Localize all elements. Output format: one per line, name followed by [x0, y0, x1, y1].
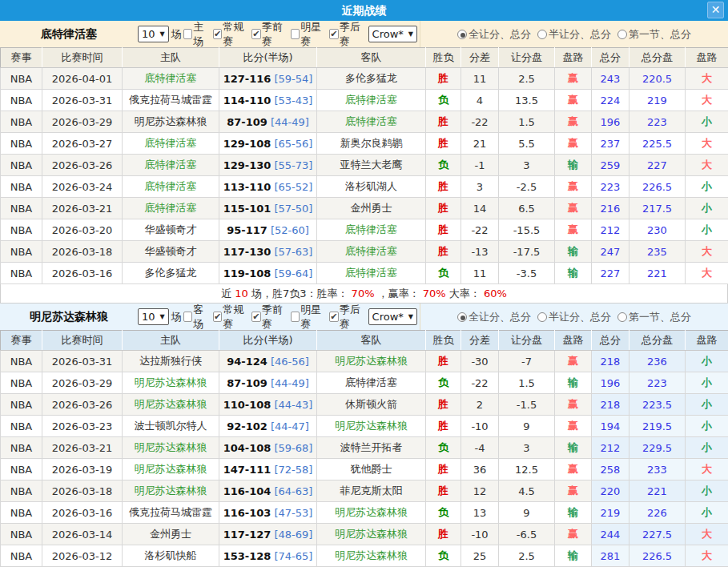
- radio-circle-icon[interactable]: [457, 312, 467, 322]
- full-score: 94-124: [227, 356, 267, 368]
- home-team: 金州勇士: [150, 528, 191, 540]
- cell-away-team: 休斯顿火箭: [317, 394, 426, 416]
- radio-circle-icon[interactable]: [537, 30, 547, 39]
- radio-option[interactable]: 第一节、总分: [617, 27, 691, 42]
- checkbox-box-icon[interactable]: ✔: [183, 29, 193, 39]
- cell-date: 2026-03-31: [42, 90, 123, 111]
- cell-point-diff: 12: [461, 480, 499, 502]
- cell-total-points: 243: [592, 68, 629, 90]
- filter-checkbox[interactable]: ✔ 明星赛: [291, 303, 328, 332]
- away-team: 犹他爵士: [351, 463, 392, 475]
- close-button[interactable]: ✕: [707, 2, 724, 18]
- full-score: 92-102: [227, 420, 267, 432]
- checkbox-box-icon[interactable]: ✔: [213, 29, 223, 39]
- cell-home-team: 明尼苏达森林狼: [123, 111, 219, 133]
- column-header: 客队: [317, 331, 426, 351]
- handicap-result: 赢: [568, 137, 578, 149]
- radio-option[interactable]: 第一节、总分: [617, 310, 691, 324]
- checkbox-box-icon[interactable]: ✔: [251, 312, 261, 322]
- cell-league: NBA: [1, 241, 42, 263]
- over-under: 小: [702, 355, 712, 367]
- cell-date: 2026-04-01: [42, 68, 123, 90]
- checkbox-box-icon[interactable]: ✔: [213, 312, 223, 322]
- radio-option[interactable]: 半让分、总分: [537, 310, 611, 324]
- handicap-result: 输: [568, 549, 578, 561]
- source-select[interactable]: Crow*▼: [368, 308, 417, 325]
- over-under: 小: [702, 202, 712, 214]
- cell-handicap-result: 赢: [555, 416, 592, 437]
- checkbox-box-icon[interactable]: ✔: [291, 312, 300, 322]
- cell-handicap-result: 输: [555, 502, 592, 524]
- radio-circle-icon[interactable]: [617, 30, 627, 39]
- column-header: 比分(半场): [219, 331, 317, 351]
- checkbox-box-icon[interactable]: ✔: [183, 312, 193, 322]
- summary-segment: 近: [221, 287, 235, 300]
- cell-win-loss: 负: [426, 263, 461, 284]
- win-loss: 胜: [438, 398, 448, 410]
- away-team: 底特律活塞: [345, 94, 397, 106]
- cell-total-line: 229.5: [629, 437, 686, 459]
- cell-home-team: 底特律活塞: [123, 176, 219, 198]
- cell-date: 2026-03-29: [42, 372, 123, 394]
- radio-option[interactable]: 半让分、总分: [537, 27, 611, 42]
- half-score: [59-64]: [274, 267, 312, 279]
- filter-checkbox[interactable]: ✔ 季前赛: [251, 20, 288, 49]
- filter-checkbox[interactable]: ✔ 明星赛: [291, 20, 328, 49]
- radio-option[interactable]: 全让分、总分: [457, 27, 531, 42]
- cell-over-under: 大: [686, 90, 728, 111]
- cell-league: NBA: [1, 480, 42, 502]
- cell-score: 114-110 [53-43]: [219, 90, 317, 111]
- checkbox-box-icon[interactable]: ✔: [291, 29, 300, 39]
- cell-home-team: 明尼苏达森林狼: [123, 437, 219, 459]
- over-under: 大: [702, 94, 712, 106]
- full-score: 129-130: [223, 159, 271, 171]
- cell-away-team: 洛杉矶湖人: [317, 176, 426, 198]
- radio-circle-icon[interactable]: [457, 30, 467, 39]
- checkbox-box-icon[interactable]: ✔: [329, 312, 339, 322]
- cell-home-team: 多伦多猛龙: [123, 263, 219, 284]
- filter-checkbox[interactable]: ✔ 季前赛: [251, 303, 288, 332]
- win-loss: 负: [438, 441, 448, 453]
- filter-checkbox[interactable]: ✔ 常规赛: [213, 20, 250, 49]
- games-count-select[interactable]: 10▼: [138, 26, 169, 42]
- filter-checkbox[interactable]: ✔ 客场: [183, 303, 211, 332]
- handicap-result: 输: [568, 506, 578, 518]
- table-row: NBA 2026-03-27 底特律活塞 129-108 [65-56] 新奥尔…: [1, 133, 728, 155]
- half-score: [44-49]: [271, 116, 309, 128]
- cell-date: 2026-03-18: [42, 480, 123, 502]
- filter-checkbox[interactable]: ✔ 常规赛: [213, 303, 250, 332]
- games-count-select[interactable]: 10▼: [138, 308, 169, 325]
- cell-away-team: 明尼苏达森林狼: [317, 416, 426, 437]
- filter-checkbox[interactable]: ✔ 季后赛: [329, 20, 366, 49]
- team-name-timberwolves: 明尼苏达森林狼: [0, 310, 138, 324]
- cell-over-under: 小: [686, 480, 728, 502]
- radio-circle-icon[interactable]: [617, 312, 627, 322]
- away-team: 明尼苏达森林狼: [335, 549, 408, 561]
- radio-circle-icon[interactable]: [537, 312, 547, 322]
- filter-checkbox[interactable]: ✔ 主场: [183, 20, 211, 49]
- win-loss: 负: [438, 549, 448, 561]
- radio-option[interactable]: 全让分、总分: [457, 310, 531, 324]
- source-select[interactable]: Crow*▼: [368, 26, 417, 42]
- table-row: NBA 2026-03-29 明尼苏达森林狼 87-109 [44-49] 底特…: [1, 111, 728, 133]
- cell-over-under: 小: [686, 502, 728, 524]
- summary-segment: 70%: [423, 287, 446, 300]
- win-loss: 负: [438, 506, 448, 518]
- pistons-summary-row: 近 10 场，胜7负3：胜率： 70% ，赢率： 70% 大率： 60%: [0, 284, 728, 304]
- cell-win-loss: 胜: [426, 241, 461, 263]
- dropdown-caret-icon: ▼: [159, 30, 164, 38]
- cell-handicap-line: 5.5: [499, 133, 555, 155]
- over-under: 小: [702, 506, 712, 518]
- cell-away-team: 明尼苏达森林狼: [317, 502, 426, 524]
- filter-checkbox[interactable]: ✔ 季后赛: [329, 303, 366, 332]
- home-team: 明尼苏达森林狼: [135, 441, 207, 453]
- title-bar: 近期战绩 ✕: [0, 0, 728, 21]
- checkbox-box-icon[interactable]: ✔: [251, 29, 261, 39]
- cell-handicap-line: 9: [499, 502, 555, 524]
- cell-win-loss: 负: [426, 545, 461, 567]
- home-team: 洛杉矶快船: [145, 549, 197, 561]
- column-header: 让分盘: [499, 48, 555, 68]
- checkbox-label: 季前赛: [262, 20, 289, 49]
- cell-score: 113-110 [65-52]: [219, 176, 317, 198]
- checkbox-box-icon[interactable]: ✔: [329, 29, 339, 39]
